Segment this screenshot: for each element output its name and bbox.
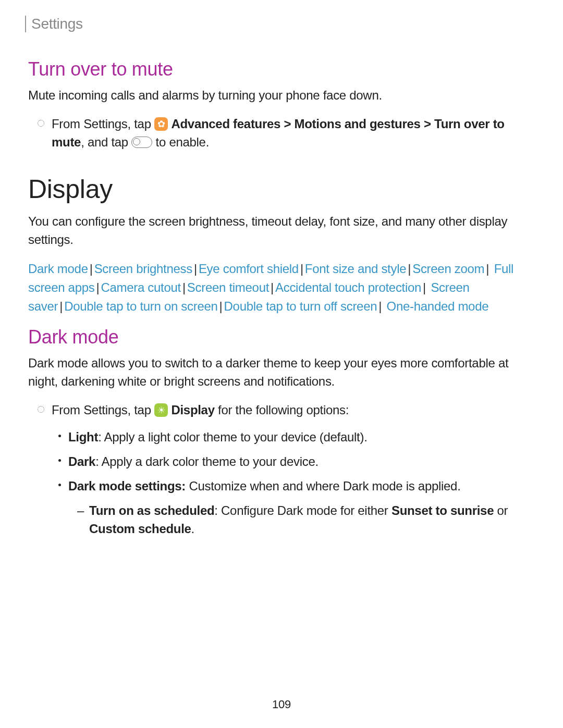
schedule-mid: : Configure Dark mode for either	[214, 503, 391, 517]
dot-bullet-icon	[58, 484, 61, 486]
display-links-block: Dark mode|Screen brightness|Eye comfort …	[28, 260, 532, 316]
custom-schedule: Custom schedule	[89, 522, 191, 536]
path-separator: >	[284, 117, 291, 131]
link-separator: |	[90, 262, 93, 276]
path-advanced-features: Advanced features	[171, 117, 280, 131]
heading-turn-over-to-mute: Turn over to mute	[28, 58, 532, 80]
link-separator: |	[182, 280, 186, 294]
link-separator: |	[194, 262, 197, 276]
link-camera-cutout[interactable]: Camera cutout	[101, 280, 181, 294]
option-dark-desc: : Apply a dark color theme to your devic…	[95, 454, 319, 468]
turn-over-description: Mute incoming calls and alarms by turnin…	[28, 87, 532, 105]
option-text: Light: Apply a light color theme to your…	[68, 428, 368, 447]
dash-bullet-icon: –	[77, 502, 84, 520]
instruction-text: From Settings, tap ☀ Display for the fol…	[52, 401, 349, 419]
option-settings-label: Dark mode settings:	[68, 479, 186, 493]
link-separator: |	[96, 280, 99, 294]
link-separator: |	[408, 262, 411, 276]
link-accidental-touch[interactable]: Accidental touch protection	[275, 280, 421, 294]
link-screen-brightness[interactable]: Screen brightness	[94, 262, 192, 276]
brightness-icon: ☀	[157, 406, 165, 415]
dotted-bullet-icon	[38, 120, 44, 127]
heading-dark-mode: Dark mode	[28, 326, 532, 348]
option-dark-mode-settings: Dark mode settings: Customize when and w…	[58, 477, 532, 496]
option-light-desc: : Apply a light color theme to your devi…	[98, 430, 367, 444]
dark-mode-options-list: Light: Apply a light color theme to your…	[58, 428, 532, 495]
dot-bullet-icon	[58, 459, 61, 462]
toggle-knob	[133, 138, 140, 145]
header-section: Settings	[25, 16, 532, 32]
link-separator: |	[271, 280, 274, 294]
instruction-prefix: From Settings, tap	[52, 117, 151, 131]
heading-display: Display	[28, 174, 532, 204]
link-double-tap-off[interactable]: Double tap to turn off screen	[224, 299, 377, 313]
link-screen-timeout[interactable]: Screen timeout	[187, 280, 269, 294]
instruction-suffix: to enable.	[156, 135, 209, 149]
dotted-bullet-icon	[38, 406, 44, 413]
turn-over-instruction: From Settings, tap ✿ Advanced features >…	[38, 115, 532, 152]
sunset-to-sunrise: Sunset to sunrise	[391, 503, 494, 517]
instruction-suffix: for the following options:	[218, 403, 349, 417]
dot-bullet-icon	[58, 435, 61, 437]
link-separator: |	[486, 262, 489, 276]
page-number: 109	[0, 698, 563, 711]
link-separator: |	[423, 280, 426, 294]
link-screen-zoom[interactable]: Screen zoom	[412, 262, 484, 276]
link-one-handed-mode[interactable]: One-handed mode	[387, 299, 489, 313]
path-motions-gestures: Motions and gestures	[295, 117, 421, 131]
link-eye-comfort-shield[interactable]: Eye comfort shield	[199, 262, 299, 276]
option-light-label: Light	[68, 430, 98, 444]
dark-mode-instruction: From Settings, tap ☀ Display for the fol…	[38, 401, 532, 419]
option-light: Light: Apply a light color theme to your…	[58, 428, 532, 447]
option-dark: Dark: Apply a dark color theme to your d…	[58, 453, 532, 471]
schedule-label: Turn on as scheduled	[89, 503, 214, 517]
option-settings-desc: Customize when and where Dark mode is ap…	[186, 479, 461, 493]
toggle-switch-icon	[131, 137, 152, 148]
display-description: You can configure the screen brightness,…	[28, 213, 532, 249]
instruction-prefix: From Settings, tap	[52, 403, 151, 417]
breadcrumb-label: Settings	[31, 16, 83, 32]
link-dark-mode[interactable]: Dark mode	[28, 262, 88, 276]
instruction-text: From Settings, tap ✿ Advanced features >…	[52, 115, 532, 152]
link-font-size-style[interactable]: Font size and style	[305, 262, 406, 276]
dark-mode-description: Dark mode allows you to switch to a dark…	[28, 354, 532, 391]
option-dark-label: Dark	[68, 454, 95, 468]
or-text: or	[494, 503, 508, 517]
display-icon: ☀	[154, 403, 168, 417]
link-separator: |	[59, 299, 63, 313]
option-text: Dark: Apply a dark color theme to your d…	[68, 453, 319, 471]
dark-mode-schedule-list: – Turn on as scheduled: Configure Dark m…	[77, 502, 532, 538]
period: .	[191, 522, 194, 536]
link-separator: |	[300, 262, 303, 276]
link-double-tap-on[interactable]: Double tap to turn on screen	[64, 299, 217, 313]
link-separator: |	[378, 299, 382, 313]
advanced-features-icon: ✿	[154, 117, 168, 131]
option-turn-on-scheduled: – Turn on as scheduled: Configure Dark m…	[77, 502, 532, 538]
path-separator: >	[424, 117, 431, 131]
gear-icon: ✿	[157, 119, 165, 129]
schedule-text: Turn on as scheduled: Configure Dark mod…	[89, 502, 532, 538]
link-separator: |	[219, 299, 223, 313]
display-label: Display	[171, 403, 214, 417]
instruction-mid: , and tap	[81, 135, 128, 149]
option-text: Dark mode settings: Customize when and w…	[68, 477, 461, 496]
